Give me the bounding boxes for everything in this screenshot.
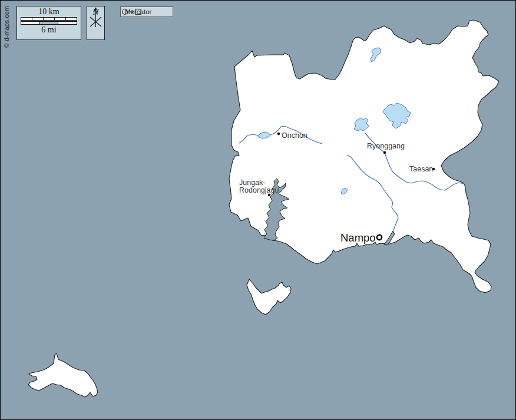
capital-marker-nampo xyxy=(377,235,382,240)
scale-segment xyxy=(65,17,77,21)
city-dot-onchon xyxy=(277,133,280,135)
city-label-onchon: Onchon xyxy=(282,131,307,140)
projection-badge: Mercator xyxy=(120,6,173,17)
map-canvas: Onchon Ryonggang Taesan Jungak- Rodongja… xyxy=(0,0,516,420)
scale-segment xyxy=(32,17,44,21)
scale-km-label: 10 km xyxy=(17,6,81,16)
city-label-ryonggang: Ryonggang xyxy=(367,142,405,150)
compass-rose-icon xyxy=(87,6,104,28)
city-label-jungak-line2: Rodongjagu xyxy=(239,186,279,194)
scale-segment xyxy=(21,21,40,25)
scale-segment xyxy=(54,17,66,21)
scale-mi-label: 6 mi xyxy=(17,25,81,35)
compass-panel: N xyxy=(87,6,105,40)
scale-km-bar xyxy=(21,17,77,21)
projection-transform-icon xyxy=(121,7,143,16)
city-label-taesan: Taesan xyxy=(409,165,433,173)
city-dot-ryonggang xyxy=(383,151,386,154)
city-label-jungak-line1: Jungak- xyxy=(239,178,265,187)
scale-segment xyxy=(58,21,77,25)
scale-segment xyxy=(43,17,55,21)
map-graphic: Onchon Ryonggang Taesan Jungak- Rodongja… xyxy=(1,1,516,420)
scale-segment xyxy=(21,17,32,21)
attribution: © d-maps.com xyxy=(3,6,10,48)
scale-bar-panel: 10 km 6 mi xyxy=(16,6,81,40)
capital-label-nampo: Nampo xyxy=(340,232,376,244)
